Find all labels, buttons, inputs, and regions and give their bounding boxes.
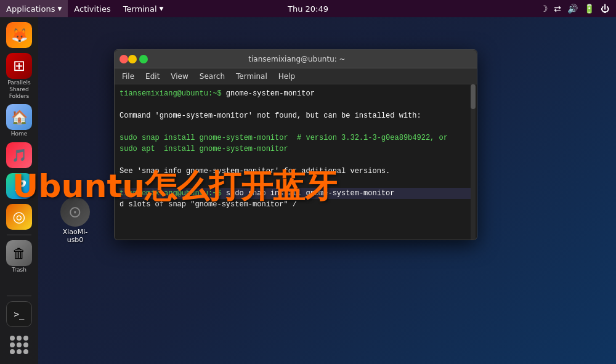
terminal-title: tiansemixiang@ubuntu: ~ — [150, 55, 444, 63]
desktop-icon-xiaomi[interactable]: XiaoMi-usb0 — [51, 197, 100, 244]
terminal-menu-view[interactable]: View — [166, 69, 193, 84]
terminal-scrollbar[interactable] — [471, 84, 476, 240]
term-line-10: tiansemixiang@ubuntu:~$ sudo snap instal… — [120, 188, 472, 199]
topbar-datetime: Thu 20:49 — [288, 4, 328, 14]
volume-icon[interactable]: 🔊 — [565, 4, 580, 14]
window-close-button[interactable]: ✕ — [120, 55, 128, 63]
terminal-menubar: File Edit View Search Terminal Help — [115, 68, 477, 84]
term-line-8: See 'snap info gnome-system-monitor' for… — [120, 166, 472, 177]
topbar-right: ☽ ⇄ 🔊 🔋 ⏻ — [538, 4, 616, 14]
dock: ParallelsSharedFolders Home Trash — [0, 17, 38, 364]
window-maximize-button[interactable]: ⬜ — [139, 55, 148, 63]
dock-pycharm[interactable] — [4, 172, 34, 200]
network-icon[interactable]: ⇄ — [552, 4, 563, 14]
term-line-5: sudo snap install gnome-system-monitor #… — [120, 132, 472, 144]
terminal-menu-file[interactable]: File — [117, 69, 139, 84]
terminal-scrollbar-thumb — [471, 84, 476, 109]
trash-icon — [6, 240, 32, 266]
dock-firefox[interactable] — [4, 21, 34, 49]
dock-store[interactable] — [4, 203, 34, 231]
xiaomi-usb-label: XiaoMi-usb0 — [63, 228, 88, 244]
battery-icon[interactable]: 🔋 — [582, 4, 596, 14]
dock-home[interactable]: Home — [4, 103, 34, 139]
terminal-menu-edit[interactable]: Edit — [140, 69, 164, 84]
dock-terminal[interactable] — [4, 300, 34, 328]
term-line-2 — [120, 99, 472, 110]
moon-icon[interactable]: ☽ — [538, 4, 550, 14]
term-line-3: Command 'gnome-system-monitor' not found… — [120, 110, 472, 121]
terminal-menu-search[interactable]: Search — [195, 69, 230, 84]
term-line-6: sudo apt install gnome-system-monitor — [120, 144, 472, 155]
power-icon[interactable]: ⏻ — [599, 4, 611, 14]
terminal-window: ✕ – ⬜ tiansemixiang@ubuntu: ~ File Edit … — [114, 49, 477, 240]
topbar: Applications ▼ Activities Terminal ▼ Thu… — [0, 0, 616, 17]
activities-label: Activities — [74, 4, 110, 14]
dock-music[interactable] — [4, 141, 34, 169]
desktop: ParallelsSharedFolders Home Trash — [0, 17, 616, 364]
parallels-icon — [6, 53, 32, 79]
terminal-titlebar: ✕ – ⬜ tiansemixiang@ubuntu: ~ — [115, 50, 477, 68]
activities-button[interactable]: Activities — [68, 0, 116, 17]
dock-separator-2 — [7, 296, 31, 296]
window-minimize-button[interactable]: – — [128, 55, 137, 63]
show-apps-icon — [6, 332, 32, 358]
dock-separator — [7, 235, 31, 235]
terminal-body[interactable]: tiansemixiang@ubuntu:~$ gnome-system-mon… — [115, 84, 477, 240]
terminal-menu-help[interactable]: Help — [274, 69, 300, 84]
dock-parallels[interactable]: ParallelsSharedFolders — [4, 52, 34, 100]
applications-menu[interactable]: Applications ▼ — [0, 0, 68, 17]
terminal-dock-icon — [6, 301, 32, 327]
term-line-9 — [120, 177, 472, 188]
pycharm-icon — [6, 173, 32, 199]
term-line-11: d slots of snap "gnome-system-monitor" / — [120, 199, 472, 210]
applications-label: Applications — [6, 4, 55, 14]
dock-show-applications[interactable] — [4, 331, 34, 359]
store-icon — [6, 204, 32, 230]
trash-label: Trash — [12, 267, 26, 273]
topbar-left: Applications ▼ Activities Terminal ▼ — [0, 0, 170, 17]
terminal-label: Terminal — [123, 4, 157, 14]
home-label: Home — [11, 131, 28, 137]
xiaomi-usb-icon — [60, 197, 90, 227]
terminal-menu[interactable]: Terminal ▼ — [117, 0, 170, 17]
term-line-7 — [120, 155, 472, 166]
terminal-arrow: ▼ — [160, 6, 164, 12]
term-line-4 — [120, 121, 472, 132]
terminal-menu-terminal[interactable]: Terminal — [231, 69, 272, 84]
dock-bottom — [4, 294, 34, 364]
music-icon — [6, 142, 32, 168]
term-line-1: tiansemixiang@ubuntu:~$ gnome-system-mon… — [120, 88, 472, 99]
applications-arrow: ▼ — [57, 6, 62, 12]
parallels-label: ParallelsSharedFolders — [7, 79, 30, 99]
home-icon — [6, 104, 32, 130]
firefox-icon — [6, 22, 32, 48]
dock-trash[interactable]: Trash — [4, 239, 34, 275]
